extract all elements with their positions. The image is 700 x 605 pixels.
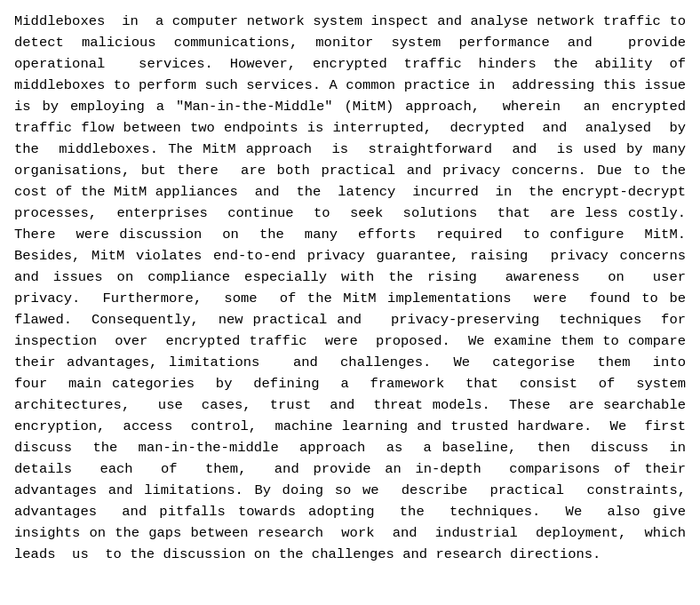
article-paragraph: Middleboxes in a computer network system… xyxy=(0,0,700,579)
